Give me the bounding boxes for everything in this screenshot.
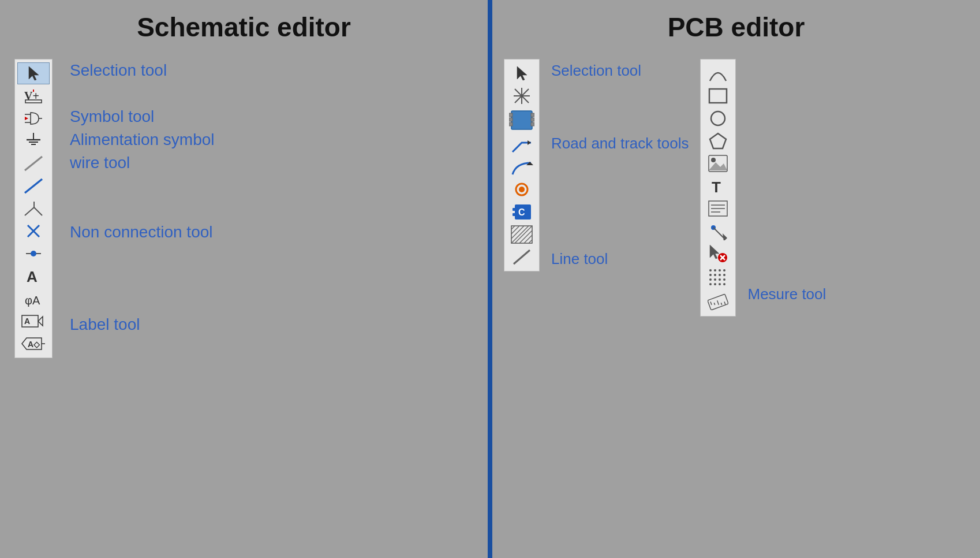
pcb-measure-label: Mesure tool: [747, 285, 826, 303]
schematic-symbol-icon[interactable]: [17, 107, 50, 129]
pcb-road-label-row: Road and track tools: [551, 132, 689, 155]
svg-line-95: [715, 303, 715, 305]
svg-point-44: [519, 187, 525, 192]
pcb-road-label: Road and track tools: [551, 135, 689, 152]
svg-marker-61: [710, 133, 726, 148]
svg-line-13: [25, 179, 42, 193]
schematic-junction-icon[interactable]: [17, 198, 50, 220]
svg-marker-64: [709, 162, 727, 170]
pcb-toolbar-1: C: [504, 59, 540, 271]
svg-rect-35: [509, 113, 513, 117]
pcb-route-icon[interactable]: [507, 133, 537, 155]
wire-tool-label: wire tool: [70, 154, 130, 172]
svg-point-90: [714, 283, 716, 285]
schematic-power-port-icon[interactable]: [17, 243, 50, 265]
pcb-grid-icon[interactable]: [703, 265, 733, 291]
wire-label-row: wire tool: [70, 151, 215, 174]
svg-rect-59: [709, 89, 727, 103]
schematic-text-icon[interactable]: A: [17, 265, 50, 287]
svg-marker-41: [528, 140, 531, 145]
selection-label-row: Selection tool: [70, 59, 215, 82]
schematic-toolbar: V+: [14, 59, 53, 358]
schematic-global-label-icon[interactable]: A◇: [17, 333, 50, 355]
svg-point-83: [719, 274, 721, 276]
svg-point-78: [714, 269, 716, 271]
pcb-text-icon[interactable]: T: [703, 175, 733, 197]
svg-point-79: [719, 269, 721, 271]
svg-line-98: [724, 302, 725, 305]
pcb-via-icon[interactable]: [507, 178, 537, 200]
svg-point-85: [709, 278, 712, 281]
pcb-delete-icon[interactable]: [703, 243, 733, 265]
svg-point-63: [711, 158, 716, 162]
schematic-wire-gray-icon[interactable]: [17, 152, 50, 174]
pcb-line-icon[interactable]: [507, 246, 537, 268]
selection-tool-label: Selection tool: [70, 61, 167, 80]
svg-line-50: [511, 226, 515, 229]
svg-point-20: [31, 251, 36, 256]
svg-rect-36: [509, 118, 513, 121]
svg-line-57: [529, 240, 532, 243]
schematic-title: Schematic editor: [137, 12, 351, 43]
schematic-label-icon[interactable]: A: [17, 310, 50, 332]
svg-point-80: [723, 269, 725, 271]
schematic-noconnect-icon[interactable]: [17, 220, 50, 242]
svg-text:φA: φA: [25, 294, 40, 307]
pcb-circle-icon[interactable]: [703, 107, 733, 129]
svg-point-87: [719, 278, 721, 281]
pcb-rect-icon[interactable]: [703, 85, 733, 107]
svg-point-88: [723, 278, 725, 281]
svg-line-51: [511, 226, 519, 234]
schematic-power-icon[interactable]: V+: [17, 85, 50, 107]
svg-point-86: [714, 278, 716, 281]
svg-line-71: [713, 228, 724, 238]
pcb-fill-icon[interactable]: [507, 224, 537, 245]
alimentation-tool-label: Alimentation symbol: [70, 131, 215, 149]
pcb-textbox-icon[interactable]: [703, 198, 733, 220]
schematic-net-icon[interactable]: φA: [17, 288, 50, 310]
noconnect-tool-label: Non connection tool: [70, 223, 213, 241]
schematic-content: V+: [0, 59, 488, 358]
svg-line-15: [34, 207, 42, 215]
pcb-line-label-row: Line tool: [551, 247, 689, 270]
svg-text:A: A: [24, 317, 30, 326]
svg-rect-34: [511, 111, 532, 129]
svg-point-81: [709, 274, 712, 276]
schematic-wire-blue-icon[interactable]: [17, 175, 50, 197]
svg-rect-40: [531, 122, 534, 126]
panel-divider: [488, 0, 492, 558]
pcb-labels-2: Mesure tool: [747, 59, 826, 305]
svg-point-91: [719, 283, 721, 285]
pcb-image-icon[interactable]: [703, 152, 733, 174]
pcb-align-icon[interactable]: [703, 220, 733, 242]
symbol-label-row: Symbol tool: [70, 105, 215, 128]
svg-marker-72: [723, 233, 727, 240]
pcb-measure-icon[interactable]: [703, 291, 733, 313]
pcb-selection-icon[interactable]: [507, 62, 537, 84]
pcb-cross-icon[interactable]: [507, 85, 537, 107]
svg-rect-38: [531, 113, 534, 117]
schematic-selection-icon[interactable]: [17, 62, 50, 84]
schematic-alimentation-icon[interactable]: [17, 130, 50, 152]
symbol-tool-label: Symbol tool: [70, 107, 154, 126]
pcb-arc-icon[interactable]: [703, 62, 733, 84]
schematic-panel: Schematic editor V+: [0, 0, 488, 558]
svg-line-14: [25, 207, 34, 215]
pcb-polygon-icon[interactable]: [703, 130, 733, 152]
svg-rect-47: [513, 213, 516, 216]
pcb-line-label: Line tool: [551, 250, 608, 268]
pcb-selection-label: Selection tool: [551, 62, 641, 80]
pcb-component-icon[interactable]: C: [507, 201, 537, 223]
svg-marker-73: [710, 245, 719, 259]
svg-line-12: [25, 157, 42, 170]
svg-point-84: [723, 274, 725, 276]
pcb-labels-1: Selection tool Road and track tools Line…: [551, 59, 689, 270]
svg-marker-24: [38, 317, 43, 326]
pcb-curved-icon[interactable]: [507, 156, 537, 178]
pcb-footprint-icon[interactable]: [507, 107, 537, 133]
svg-line-56: [524, 235, 532, 243]
label-label-row: Label tool: [70, 313, 215, 336]
svg-point-89: [709, 283, 712, 285]
svg-line-58: [514, 250, 530, 264]
noconnect-label-row: Non connection tool: [70, 221, 215, 244]
